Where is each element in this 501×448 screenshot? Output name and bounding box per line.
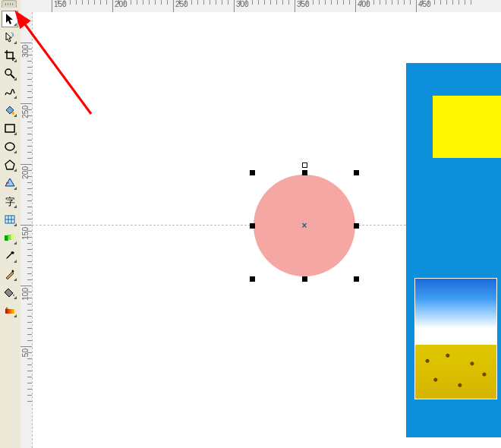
toolbox: 字 bbox=[0, 0, 21, 448]
ruler-h-label: 350 bbox=[297, 0, 310, 8]
polygon-tool[interactable] bbox=[2, 156, 18, 173]
table-tool[interactable] bbox=[2, 211, 18, 228]
text-tool[interactable]: 字 bbox=[2, 193, 18, 210]
pick-tool[interactable] bbox=[2, 11, 18, 27]
selection-handle-s[interactable] bbox=[302, 276, 307, 282]
selection-handle-n[interactable] bbox=[302, 170, 307, 175]
selection-handle-sw[interactable] bbox=[250, 276, 255, 282]
photo-sky-region bbox=[415, 279, 496, 345]
selection-top-midpoint[interactable] bbox=[302, 162, 307, 168]
smart-fill-tool[interactable] bbox=[2, 102, 18, 118]
drawing-canvas[interactable]: × bbox=[32, 12, 501, 448]
toolbox-grip[interactable] bbox=[2, 0, 17, 8]
ruler-h-label: 450 bbox=[418, 0, 431, 8]
ruler-h-label: 250 bbox=[175, 0, 188, 8]
basic-shapes-tool[interactable] bbox=[2, 175, 18, 191]
selection-handle-nw[interactable] bbox=[250, 170, 255, 175]
ruler-h-label: 300 bbox=[236, 0, 249, 8]
rectangle-tool[interactable] bbox=[2, 120, 18, 137]
ruler-v-label: 250 bbox=[21, 106, 30, 118]
fill-tool[interactable] bbox=[2, 284, 18, 301]
svg-point-4 bbox=[5, 143, 14, 150]
zoom-tool[interactable] bbox=[2, 65, 18, 82]
selection-handle-se[interactable] bbox=[354, 276, 359, 282]
ruler-h-label: 150 bbox=[54, 0, 67, 8]
outline-tool[interactable] bbox=[2, 266, 18, 282]
ruler-vertical[interactable]: 30025020015010050 bbox=[20, 12, 33, 448]
svg-rect-12 bbox=[11, 234, 14, 239]
ruler-v-label: 150 bbox=[21, 227, 30, 240]
selection-handle-w[interactable] bbox=[250, 223, 255, 229]
eyedropper-tool[interactable] bbox=[2, 248, 18, 264]
shape-tool[interactable] bbox=[2, 29, 18, 46]
interactive-fill-tool[interactable] bbox=[2, 302, 18, 319]
app-root: 字 150200250300350400450 3002502001501005… bbox=[0, 0, 501, 448]
page-margin-left bbox=[32, 12, 33, 448]
ruler-v-label: 300 bbox=[21, 45, 30, 58]
svg-rect-13 bbox=[5, 309, 14, 314]
ruler-horizontal[interactable]: 150200250300350400450 bbox=[30, 0, 501, 13]
ruler-h-label: 200 bbox=[115, 0, 128, 8]
svg-rect-3 bbox=[5, 125, 14, 132]
ruler-h-label: 400 bbox=[358, 0, 370, 8]
object-sunflower-photo[interactable] bbox=[414, 278, 497, 399]
photo-field-region bbox=[415, 345, 496, 399]
blend-tool[interactable] bbox=[2, 229, 18, 246]
ruler-v-label: 200 bbox=[21, 166, 30, 179]
freehand-tool[interactable] bbox=[2, 84, 18, 100]
ellipse-tool[interactable] bbox=[2, 138, 18, 155]
selection-handle-e[interactable] bbox=[354, 223, 359, 229]
selection-center-marker: × bbox=[301, 222, 308, 229]
selection-handle-ne[interactable] bbox=[354, 170, 359, 175]
svg-point-0 bbox=[5, 69, 11, 75]
crop-tool[interactable] bbox=[2, 47, 18, 64]
object-yellow-rectangle[interactable] bbox=[433, 96, 501, 158]
ruler-v-label: 100 bbox=[21, 288, 30, 301]
